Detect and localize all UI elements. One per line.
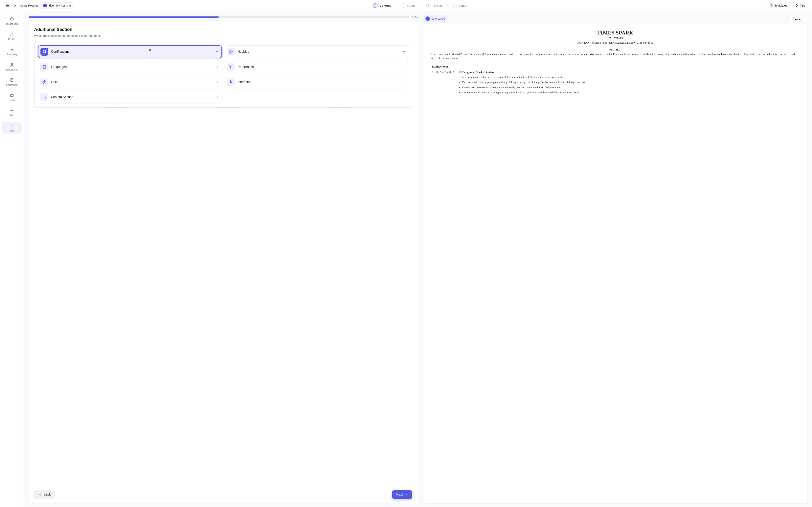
svg-point-23 [230, 66, 231, 67]
briefcase-icon [10, 93, 14, 98]
progress-label: 50% [412, 15, 418, 19]
plus-icon: + [216, 80, 220, 84]
sidebar-item-summary[interactable]: Summary [2, 46, 22, 57]
autosave-badge: auto saved [423, 15, 448, 22]
resume-bullet: Developed wireframes, prototypes, and hi… [462, 80, 800, 84]
svg-point-20 [230, 51, 231, 52]
doc-icon [10, 47, 14, 52]
page-indicator: 1 / 2 [795, 17, 801, 20]
resume-preview: JAMES SPARK Web-Designer Los Angeles, Un… [423, 24, 807, 503]
resume-role: Web-Designer [430, 36, 800, 40]
title-value: My Resume [56, 4, 71, 7]
cloud-check-icon [425, 16, 430, 21]
templates-button[interactable]: Templates [767, 2, 790, 9]
plus-icon: + [403, 50, 406, 54]
svg-point-9 [11, 63, 12, 65]
page-prev-button[interactable] [789, 16, 794, 21]
back-button[interactable]: Back [34, 490, 55, 499]
svg-rect-17 [43, 50, 46, 53]
breadcrumb-step-number: 2 [401, 3, 405, 8]
sidebar-item-label: Add [9, 114, 14, 117]
close-icon [13, 4, 17, 7]
resume-divider [436, 47, 794, 47]
sidebar-item-label: Skills [9, 99, 15, 102]
plus-icon: + [216, 95, 220, 99]
plus-icon [10, 124, 14, 128]
breadcrumb-step-content[interactable]: 1 Content [373, 3, 391, 8]
sidebar-item-label: Experience [5, 68, 18, 71]
svg-rect-12 [10, 95, 13, 97]
next-button[interactable]: Next [392, 490, 412, 499]
section-chip-certifications[interactable]: Certifications + [38, 45, 222, 58]
breadcrumb-step-format[interactable]: 2 Format [401, 3, 416, 8]
svg-rect-10 [10, 78, 13, 81]
plus-icon: + [216, 65, 220, 69]
breadcrumb: 1 Content2 Format3 Review4 Export [373, 3, 467, 8]
smile-icon [227, 48, 235, 56]
section-chip-languages[interactable]: Languages + [38, 61, 222, 73]
svg-point-28 [45, 98, 46, 99]
breadcrumb-step-number: 1 [373, 3, 377, 8]
document-icon [770, 4, 773, 7]
chip-label: Interships [238, 80, 400, 84]
title-prefix: Title: [49, 4, 54, 7]
chevron-right-icon [446, 4, 449, 7]
sidebar: Target Job Profile Summary Experience Ed… [0, 11, 24, 507]
badge-icon [41, 48, 48, 56]
sidebar-item-education[interactable]: Education [2, 76, 22, 88]
svg-point-18 [44, 52, 45, 53]
tips-button[interactable]: Tips [792, 2, 808, 9]
progress-row: 50% [29, 15, 418, 19]
sidebar-item-label: Profile [8, 38, 15, 41]
editor-subtitle: We suggest including an email and phone … [34, 34, 412, 38]
svg-rect-5 [10, 18, 13, 20]
sidebar-item-add[interactable]: Add [2, 107, 22, 118]
breadcrumb-step-review[interactable]: 3 Review [426, 3, 442, 8]
resume-job-bullets: Led design projects for the e-commerce p… [459, 75, 800, 95]
chip-label: Links [51, 80, 213, 84]
section-chip-references[interactable]: References + [224, 61, 408, 73]
cursor-icon [148, 49, 152, 52]
chevron-left-icon [39, 493, 42, 496]
resume-bullet: Created user personas and journey maps t… [462, 86, 800, 89]
editor-title: Additional Section [34, 27, 412, 32]
svg-point-6 [11, 33, 12, 34]
lang-icon [40, 63, 48, 71]
sidebar-item-skills[interactable]: Skills [2, 92, 22, 103]
plus-icon: + [403, 65, 406, 69]
document-title-chip[interactable]: Title: My Resume [41, 2, 73, 9]
sidebar-item-add[interactable]: Add [2, 122, 22, 134]
resume-job-title: UI Designer at Market Studios [459, 71, 800, 74]
breadcrumb-step-number: 4 [452, 3, 457, 8]
plus-icon: + [403, 80, 406, 84]
chip-label: Custom Section [51, 95, 213, 99]
resume-bullet: Developed wireframes and prototypes usin… [462, 91, 800, 95]
user-icon [10, 32, 14, 37]
sidebar-item-label: Add [9, 129, 14, 132]
resume-contact: Los Angeles, United States • jamessparkg… [430, 41, 800, 44]
plus-icon: + [216, 50, 219, 54]
sidebar-item-label: Summary [6, 53, 17, 56]
briefcase-icon [10, 17, 14, 21]
sidebar-item-profile[interactable]: Profile [2, 31, 22, 42]
breadcrumb-step-label: Format [407, 4, 416, 7]
sidebar-item-experience[interactable]: Experience [2, 61, 22, 73]
additional-section-chips: Certifications + Hobbies + Languages + R… [34, 41, 412, 108]
section-chip-hobbies[interactable]: Hobbies + [224, 45, 408, 58]
resume-bullet: Led design projects for the e-commerce p… [462, 75, 800, 79]
gear-icon [227, 63, 235, 71]
section-chip-links[interactable]: Links + [38, 76, 222, 88]
preview-top: auto saved 1 / 2 [423, 15, 807, 22]
page-next-button[interactable] [802, 16, 807, 21]
sidebar-item-target-job[interactable]: Target Job [2, 15, 22, 27]
chip-label: Certifications [51, 50, 213, 53]
menu-button[interactable] [4, 2, 11, 9]
progress-bar [29, 16, 409, 18]
resume-name: JAMES SPARK [430, 30, 800, 36]
breadcrumb-step-export[interactable]: 4 Export [452, 3, 467, 8]
section-chip-custom[interactable]: Custom Section + [38, 91, 222, 103]
section-chip-internships[interactable]: Interships + [224, 76, 408, 88]
close-create-resume[interactable]: Create Resume [13, 4, 39, 7]
svg-point-19 [229, 50, 233, 53]
plus-icon [10, 108, 14, 113]
